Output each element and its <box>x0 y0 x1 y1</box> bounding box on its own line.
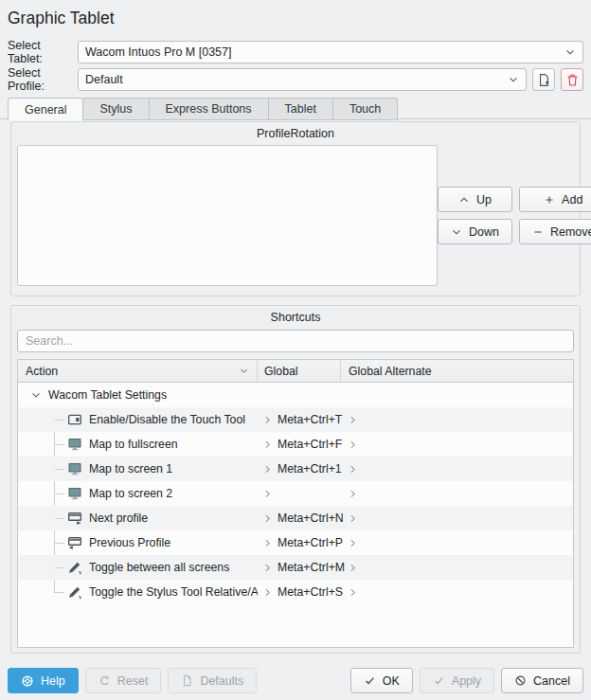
profile-rotation-title: ProfileRotation <box>11 122 580 142</box>
shortcut-row[interactable]: Toggle the Stylus Tool Relative/Absolute… <box>18 580 573 604</box>
action-cell: Toggle between all screens <box>18 555 258 580</box>
expander-closed-icon[interactable] <box>262 464 273 475</box>
expander-closed-icon[interactable] <box>262 440 273 450</box>
alternate-shortcut-cell[interactable] <box>341 481 573 506</box>
profile-select-combobox[interactable]: Default <box>78 68 527 91</box>
expander-closed-icon[interactable] <box>262 587 273 598</box>
column-header-global-alternate[interactable]: Global Alternate <box>341 360 573 382</box>
defaults-button-label: Defaults <box>200 674 243 688</box>
help-button[interactable]: Help <box>8 668 79 693</box>
table-header: Action Global Global Alternate <box>18 360 573 383</box>
profile-select-value: Default <box>85 73 502 86</box>
chevron-down-icon <box>508 74 519 85</box>
apply-button[interactable]: Apply <box>420 668 494 693</box>
expander-closed-icon[interactable] <box>348 563 358 573</box>
check-icon <box>364 674 376 687</box>
global-shortcut-cell[interactable]: Meta+Ctrl+F <box>258 432 341 457</box>
action-label: Map to fullscreen <box>89 438 178 451</box>
tab-general[interactable]: General <box>8 98 83 121</box>
expander-closed-icon[interactable] <box>348 440 358 450</box>
tablet-select-combobox[interactable]: Wacom Intuos Pro M [0357] <box>78 41 583 63</box>
expander-closed-icon[interactable] <box>348 489 358 499</box>
expander-closed-icon[interactable] <box>262 415 273 425</box>
defaults-button[interactable]: Defaults <box>168 668 257 693</box>
rotation-down-button[interactable]: Down <box>438 219 512 244</box>
profile-rotation-list[interactable] <box>17 145 438 286</box>
alternate-shortcut-cell[interactable] <box>341 457 573 481</box>
action-label: Next profile <box>89 512 148 525</box>
delete-profile-button[interactable] <box>561 68 583 91</box>
rotation-add-button[interactable]: Add <box>519 187 591 212</box>
shortcut-row[interactable]: Next profile Meta+Ctrl+N <box>18 506 573 530</box>
expander-closed-icon[interactable] <box>262 538 273 548</box>
action-icon <box>67 486 82 501</box>
expander-closed-icon[interactable] <box>348 464 358 475</box>
alternate-shortcut-cell[interactable] <box>341 530 573 555</box>
global-shortcut-label: Meta+Ctrl+M <box>278 561 345 574</box>
expander-closed-icon[interactable] <box>348 587 358 598</box>
shortcut-rows: Wacom Tablet Settings Enable/Disable the… <box>18 383 573 647</box>
alternate-shortcut-cell[interactable] <box>341 580 573 604</box>
profile-rotation-groupbox: ProfileRotation Up Add Down Remove <box>10 121 581 296</box>
shortcut-row[interactable]: Map to fullscreen Meta+Ctrl+F <box>18 432 573 457</box>
search-input[interactable] <box>17 330 574 352</box>
column-header-action[interactable]: Action <box>18 360 258 382</box>
expander-closed-icon[interactable] <box>262 513 273 524</box>
rotation-remove-button[interactable]: Remove <box>519 219 591 244</box>
alternate-shortcut-cell[interactable] <box>341 506 573 530</box>
global-shortcut-cell[interactable]: Meta+Ctrl+T <box>258 407 341 432</box>
shortcuts-table: Action Global Global Alternate Wacom Tab… <box>17 359 574 648</box>
shortcut-row[interactable]: Map to screen 1 Meta+Ctrl+1 <box>18 457 573 481</box>
expander-open-icon[interactable] <box>30 389 42 401</box>
tab-tablet[interactable]: Tablet <box>269 98 333 120</box>
shortcut-group-label: Wacom Tablet Settings <box>48 388 167 402</box>
global-shortcut-cell[interactable]: Meta+Ctrl+M <box>258 555 341 580</box>
expander-closed-icon[interactable] <box>262 489 273 499</box>
plus-icon <box>544 194 555 206</box>
shortcuts-groupbox: Shortcuts Action Global Global Alternate… <box>10 305 581 654</box>
column-header-global[interactable]: Global <box>258 360 341 382</box>
apply-button-label: Apply <box>452 674 481 688</box>
alternate-shortcut-cell[interactable] <box>341 407 573 432</box>
expander-closed-icon[interactable] <box>348 415 358 425</box>
alternate-shortcut-cell[interactable] <box>341 432 573 457</box>
new-profile-button[interactable] <box>532 68 555 91</box>
check-icon <box>433 674 445 687</box>
dialog-button-bar: Help Reset Defaults OK Apply Cancel <box>8 668 583 693</box>
tablet-select-label: Select Tablet: <box>8 39 72 65</box>
down-button-label: Down <box>469 225 499 239</box>
chevron-down-icon <box>564 46 576 58</box>
global-shortcut-label: Meta+Ctrl+1 <box>278 462 342 476</box>
trash-icon <box>565 73 580 87</box>
shortcut-row[interactable]: Enable/Disable the Touch Tool Meta+Ctrl+… <box>18 407 573 432</box>
shortcut-group-row[interactable]: Wacom Tablet Settings <box>18 383 573 407</box>
global-shortcut-cell[interactable]: Meta+Ctrl+S <box>258 580 341 604</box>
alternate-shortcut-cell[interactable] <box>341 555 573 580</box>
tab-express-buttons[interactable]: Express Buttons <box>150 98 269 120</box>
ok-button[interactable]: OK <box>350 668 413 693</box>
shortcut-row[interactable]: Map to screen 2 <box>18 481 573 506</box>
shortcut-row[interactable]: Previous Profile Meta+Ctrl+P <box>18 530 573 555</box>
expander-closed-icon[interactable] <box>262 563 273 573</box>
action-label: Enable/Disable the Touch Tool <box>89 413 245 426</box>
action-cell: Previous Profile <box>18 530 258 555</box>
global-shortcut-cell[interactable] <box>258 481 341 506</box>
action-icon <box>67 437 82 452</box>
action-icon <box>67 461 82 476</box>
action-icon <box>67 412 82 427</box>
cancel-button[interactable]: Cancel <box>501 668 583 693</box>
expander-closed-icon[interactable] <box>348 538 358 548</box>
global-shortcut-cell[interactable]: Meta+Ctrl+P <box>258 530 341 555</box>
page-title: Graphic Tablet <box>8 8 583 28</box>
action-cell: Enable/Disable the Touch Tool <box>18 407 258 432</box>
global-shortcut-cell[interactable]: Meta+Ctrl+N <box>258 506 341 530</box>
global-shortcut-cell[interactable]: Meta+Ctrl+1 <box>258 457 341 481</box>
chevron-down-icon <box>451 226 462 238</box>
tab-stylus[interactable]: Stylus <box>83 98 149 120</box>
up-button-label: Up <box>476 193 492 206</box>
reset-button[interactable]: Reset <box>85 668 162 693</box>
shortcut-row[interactable]: Toggle between all screens Meta+Ctrl+M <box>18 555 573 580</box>
rotation-up-button[interactable]: Up <box>438 187 512 212</box>
expander-closed-icon[interactable] <box>348 513 358 524</box>
tab-touch[interactable]: Touch <box>333 98 398 120</box>
